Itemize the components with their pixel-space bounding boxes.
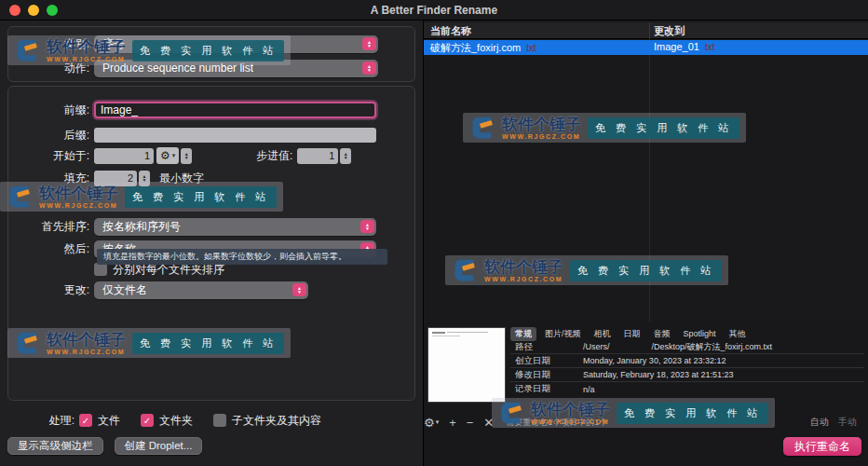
dropdown-arrows-icon: ▲▼ bbox=[362, 37, 376, 50]
watermark-url: WWW.RJGCZ.COM bbox=[47, 349, 126, 355]
tab-general[interactable]: 常规 bbox=[510, 327, 536, 341]
change-value: 仅文件名 bbox=[102, 282, 147, 298]
suffix-input[interactable] bbox=[94, 128, 376, 143]
gear-icon: ⚙ bbox=[424, 416, 435, 430]
tab-dates[interactable]: 日期 bbox=[619, 327, 645, 341]
plus-icon: + bbox=[449, 416, 456, 430]
watermark-logo-icon bbox=[452, 257, 478, 283]
info-row-path: 路径 /Users/ /Desktop/破解方法_foxirj.com.txt bbox=[510, 340, 864, 354]
file-table-header[interactable]: 当前名称 更改到 bbox=[424, 22, 868, 39]
process-subfolders-checkbox[interactable] bbox=[213, 414, 226, 427]
start-at-row: 开始于: ⚙▾ ▲▼ 步进值: ▲▼ bbox=[8, 146, 414, 165]
prefix-row: 前缀: bbox=[8, 99, 414, 121]
list-options-button[interactable]: ⚙▾ bbox=[424, 416, 439, 430]
show-advanced-sidebar-button[interactable]: 显示高级侧边栏 bbox=[7, 437, 103, 455]
tab-camera[interactable]: 相机 bbox=[590, 327, 616, 341]
start-options-button[interactable]: ⚙▾ bbox=[156, 147, 179, 164]
start-at-label: 开始于: bbox=[8, 148, 89, 164]
minus-icon: − bbox=[467, 416, 474, 430]
start-at-stepper[interactable]: ▲▼ bbox=[181, 148, 192, 164]
prefix-input[interactable] bbox=[94, 102, 376, 118]
watermark-logo-icon bbox=[14, 37, 40, 63]
gear-icon: ⚙ bbox=[160, 149, 170, 162]
step-stepper[interactable]: ▲▼ bbox=[340, 148, 351, 164]
watermark-title: 软件个锤子 bbox=[47, 332, 126, 348]
path-label: 路径 bbox=[510, 341, 583, 353]
tab-other[interactable]: 其他 bbox=[725, 327, 751, 341]
watermark-tagline: 免 费 实 用 软 件 站 bbox=[588, 117, 739, 139]
process-label: 处理: bbox=[0, 413, 75, 429]
tab-spotlight[interactable]: Spotlight bbox=[679, 328, 721, 339]
watermark-tagline: 免 费 实 用 软 件 站 bbox=[617, 403, 768, 424]
watermark-logo-icon bbox=[7, 184, 33, 210]
watermark-url: WWW.RJGCZ.COM bbox=[39, 202, 118, 209]
title-bar: A Better Finder Rename bbox=[0, 0, 868, 21]
created-date-label: 创立日期 bbox=[510, 355, 583, 367]
start-at-input[interactable] bbox=[94, 148, 154, 164]
new-file-name: Image_01txt bbox=[654, 41, 715, 52]
auto-mode-option[interactable]: 自动 bbox=[810, 416, 829, 429]
new-file-extension: txt bbox=[705, 42, 715, 52]
watermark-logo-icon bbox=[469, 115, 495, 141]
watermark-banner: 软件个锤子 WWW.RJGCZ.COM 免 费 实 用 软 件 站 bbox=[463, 113, 746, 143]
sort-first-label: 首先排序: bbox=[8, 219, 89, 235]
column-divider[interactable] bbox=[649, 22, 650, 39]
settings-panel: 类别: 序号 ▲▼ 动作: Produce sequence number li… bbox=[0, 21, 423, 466]
preview-mode-toggle: 自动 手动 bbox=[810, 416, 857, 429]
column-current-name[interactable]: 当前名称 bbox=[430, 24, 471, 38]
step-label: 步进值: bbox=[192, 148, 292, 164]
menu-arrow-icon: ▾ bbox=[436, 418, 440, 426]
info-row-recorded: 记录日期 n/a bbox=[510, 382, 864, 396]
process-files-checkbox[interactable]: ✓ bbox=[79, 414, 92, 427]
menu-arrow-icon: ▾ bbox=[172, 152, 176, 159]
add-files-button[interactable]: + bbox=[449, 416, 456, 430]
tab-image-video[interactable]: 图片/视频 bbox=[540, 327, 586, 341]
manual-mode-option[interactable]: 手动 bbox=[838, 416, 857, 429]
watermark-logo-icon bbox=[14, 330, 40, 356]
change-dropdown[interactable]: 仅文件名 ▲▼ bbox=[94, 281, 308, 299]
info-tabs: 常规 图片/视频 相机 日期 音频 Spotlight 其他 bbox=[510, 327, 864, 340]
watermark-title: 软件个锤子 bbox=[47, 39, 126, 55]
create-droplet-button[interactable]: 创建 Droplet... bbox=[115, 437, 203, 455]
info-row-created: 创立日期 Monday, January 30, 2023 at 23:32:1… bbox=[510, 354, 864, 368]
sort-first-dropdown[interactable]: 按名称和序列号 ▲▼ bbox=[94, 218, 376, 236]
watermark-tagline: 免 费 实 用 软 件 站 bbox=[132, 333, 284, 354]
perform-rename-button[interactable]: 执行重命名 bbox=[783, 437, 861, 456]
file-row-selected[interactable]: 破解方法_foxirj.comtxt Image_01txt bbox=[424, 40, 868, 55]
watermark-url: WWW.RJGCZ.COM bbox=[531, 418, 610, 425]
change-label: 更改: bbox=[8, 282, 89, 298]
prefix-label: 前缀: bbox=[8, 103, 89, 118]
per-folder-checkbox[interactable] bbox=[94, 263, 107, 276]
process-folders-checkbox[interactable]: ✓ bbox=[141, 414, 154, 427]
file-preview-thumbnail bbox=[427, 327, 506, 403]
watermark-title: 软件个锤子 bbox=[531, 402, 610, 418]
modified-date-value: Saturday, February 18, 2023 at 21:51:23 bbox=[583, 370, 733, 379]
process-folders-label: 文件夹 bbox=[159, 413, 193, 429]
step-input[interactable] bbox=[297, 148, 338, 164]
watermark-banner: 软件个锤子 WWW.RJGCZ.COM 免 费 实 用 软 件 站 bbox=[7, 328, 291, 358]
process-files-label: 文件 bbox=[98, 413, 120, 429]
pad-tooltip: 填充是指数字的最小位数。如果数字位数较少，则会插入前导零。 bbox=[97, 249, 387, 265]
suffix-label: 后缀: bbox=[8, 128, 89, 144]
tab-audio[interactable]: 音频 bbox=[649, 327, 675, 341]
watermark-logo-icon bbox=[498, 400, 524, 426]
window-title: A Better Finder Rename bbox=[0, 4, 868, 17]
watermark-banner: 软件个锤子 WWW.RJGCZ.COM 免 费 实 用 软 件 站 bbox=[0, 182, 283, 212]
modified-date-label: 修改日期 bbox=[510, 369, 583, 381]
watermark-url: WWW.RJGCZ.COM bbox=[502, 133, 581, 140]
change-row: 更改: 仅文件名 ▲▼ bbox=[8, 281, 414, 299]
watermark-tagline: 免 费 实 用 软 件 站 bbox=[125, 186, 277, 208]
watermark-banner: 软件个锤子 WWW.RJGCZ.COM 免 费 实 用 软 件 站 bbox=[445, 255, 728, 285]
current-file-extension: txt bbox=[526, 43, 536, 53]
sort-first-row: 首先排序: 按名称和序列号 ▲▼ bbox=[8, 217, 414, 236]
path-value: /Users/ /Desktop/破解方法_foxirj.com.txt bbox=[583, 341, 772, 353]
watermark-title: 软件个锤子 bbox=[39, 185, 118, 201]
recorded-date-label: 记录日期 bbox=[510, 383, 583, 395]
watermark-title: 软件个锤子 bbox=[484, 259, 563, 275]
remove-files-button[interactable]: − bbox=[467, 416, 474, 430]
column-new-name[interactable]: 更改到 bbox=[654, 24, 685, 38]
info-row-modified: 修改日期 Saturday, February 18, 2023 at 21:5… bbox=[510, 368, 864, 382]
process-row: 处理: ✓ 文件 ✓ 文件夹 子文件夹及其内容 bbox=[0, 410, 423, 431]
app-window: A Better Finder Rename 类别: 序号 ▲▼ 动作: Pro… bbox=[0, 0, 868, 466]
watermark-banner: 软件个锤子 WWW.RJGCZ.COM 免 费 实 用 软 件 站 bbox=[492, 398, 775, 428]
